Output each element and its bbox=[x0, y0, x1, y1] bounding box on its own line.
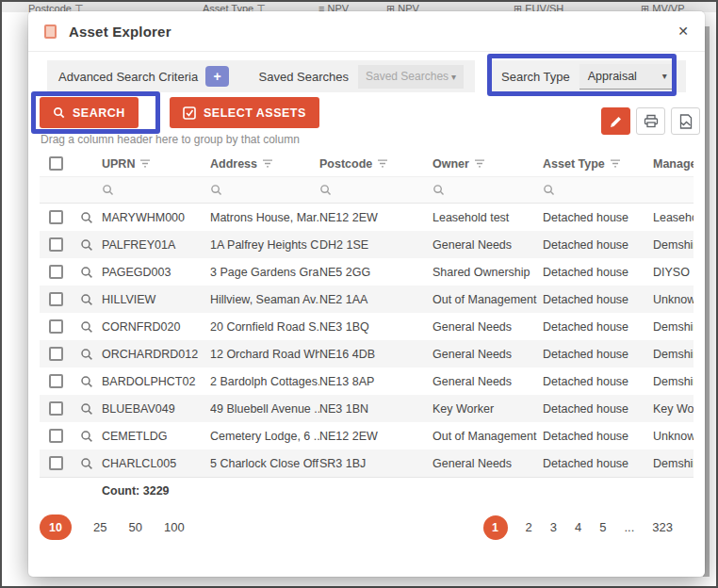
row-checkbox[interactable] bbox=[49, 210, 63, 224]
add-criteria-button[interactable]: + bbox=[205, 66, 229, 87]
select-assets-button[interactable]: SELECT ASSETS bbox=[170, 97, 319, 128]
cell-uprn: CHARLCL005 bbox=[102, 457, 210, 470]
search-button[interactable]: SEARCH bbox=[40, 97, 139, 128]
cell-management: Demshire HA bbox=[653, 375, 694, 388]
advanced-search-label: Advanced Search Criteria bbox=[58, 70, 198, 84]
row-checkbox[interactable] bbox=[49, 292, 63, 306]
cell-uprn: PALFREY01A bbox=[102, 238, 210, 252]
view-asset-icon[interactable] bbox=[80, 211, 93, 224]
cell-address: Hillview, Seaman Av... bbox=[210, 293, 319, 306]
view-asset-icon[interactable] bbox=[80, 293, 93, 306]
cell-postcode: NE13 8AP bbox=[319, 375, 432, 388]
search-type-select[interactable]: Appraisal ▾ bbox=[579, 64, 676, 90]
select-all-checkbox[interactable] bbox=[49, 156, 63, 171]
cell-address: Cemetery Lodge, 6 ... bbox=[210, 430, 319, 443]
page-1-selected[interactable]: 1 bbox=[483, 515, 508, 540]
page-5[interactable]: 5 bbox=[599, 520, 606, 534]
filter-icon bbox=[263, 159, 272, 168]
saved-searches-select[interactable]: Saved Searches ▾ bbox=[358, 65, 464, 89]
search-type-label: Search Type bbox=[501, 70, 570, 84]
row-checkbox[interactable] bbox=[49, 237, 63, 252]
column-header-address[interactable]: Address bbox=[210, 157, 319, 171]
edit-button[interactable] bbox=[601, 107, 630, 135]
cell-uprn: BARDOLPHCT02 bbox=[102, 375, 210, 388]
cell-management: DIYSO bbox=[653, 266, 694, 279]
asset-explorer-dialog: Asset Explorer ✕ Advanced Search Criteri… bbox=[28, 11, 705, 577]
cell-postcode: DH2 1SE bbox=[319, 238, 432, 252]
print-button[interactable] bbox=[636, 107, 665, 135]
cell-owner: General Needs bbox=[432, 348, 543, 361]
cell-asset-type: Detached house bbox=[543, 238, 653, 252]
view-asset-icon[interactable] bbox=[80, 320, 93, 334]
view-asset-icon[interactable] bbox=[80, 402, 93, 416]
cell-asset-type: Detached house bbox=[543, 375, 653, 388]
row-checkbox[interactable] bbox=[49, 456, 63, 470]
view-asset-icon[interactable] bbox=[80, 238, 93, 252]
close-icon[interactable]: ✕ bbox=[677, 24, 689, 38]
view-asset-icon[interactable] bbox=[80, 457, 93, 470]
view-asset-icon[interactable] bbox=[80, 348, 93, 361]
filter-input-postcode[interactable] bbox=[336, 184, 400, 197]
page-323[interactable]: 323 bbox=[652, 520, 673, 534]
export-file-icon bbox=[679, 114, 693, 129]
saved-searches-value: Saved Searches bbox=[366, 70, 449, 83]
row-checkbox[interactable] bbox=[49, 374, 63, 388]
screenshot-frame: Postcode ⊤ Asset Type ⊤ ≡ NPV ⊞ NPV ⊞ EU… bbox=[0, 0, 718, 588]
filter-input-owner[interactable] bbox=[449, 184, 514, 197]
row-checkbox[interactable] bbox=[49, 429, 63, 443]
row-checkbox[interactable] bbox=[49, 319, 63, 334]
page-size-100[interactable]: 100 bbox=[164, 520, 185, 534]
filter-icon bbox=[378, 159, 387, 168]
row-checkbox[interactable] bbox=[49, 401, 63, 416]
cell-asset-type: Detached house bbox=[543, 293, 653, 306]
column-header-owner[interactable]: Owner bbox=[432, 157, 543, 171]
select-assets-button-label: SELECT ASSETS bbox=[204, 106, 306, 120]
page-size-10-selected[interactable]: 10 bbox=[40, 514, 72, 540]
page-size-50[interactable]: 50 bbox=[128, 520, 141, 534]
cell-management: Demshire HA bbox=[653, 348, 694, 361]
page-size-selector: 10 25 50 100 bbox=[40, 514, 185, 540]
cell-postcode: NE3 1BQ bbox=[319, 320, 432, 334]
cell-address: Matrons House, Mar... bbox=[210, 211, 319, 224]
row-checkbox[interactable] bbox=[49, 265, 63, 279]
column-label: Asset Type bbox=[543, 157, 605, 171]
cell-management: Demshire HA bbox=[653, 457, 694, 470]
row-checkbox[interactable] bbox=[49, 347, 63, 361]
filter-input-asset-type[interactable] bbox=[560, 184, 624, 197]
column-header-asset-type[interactable]: Asset Type bbox=[543, 157, 653, 171]
table-row: PALFREY01A 1A Palfrey Heights C... DH2 1… bbox=[40, 231, 694, 258]
column-header-management[interactable]: Management bbox=[653, 157, 694, 171]
search-icon bbox=[210, 184, 222, 196]
cell-owner: General Needs bbox=[432, 375, 543, 388]
page-size-25[interactable]: 25 bbox=[93, 520, 106, 534]
table-row: CORNFRD020 20 Cornfield Road S... NE3 1B… bbox=[40, 313, 694, 340]
filter-icon bbox=[140, 159, 150, 168]
page-4[interactable]: 4 bbox=[575, 520, 581, 534]
column-header-uprn[interactable]: UPRN bbox=[102, 157, 210, 171]
table-row: BARDOLPHCT02 2 Bardolph Cottages... NE13… bbox=[40, 368, 694, 395]
cell-owner: General Needs bbox=[432, 238, 543, 252]
cell-uprn: PAGEGD003 bbox=[102, 266, 210, 279]
cell-management: Leasehold bbox=[653, 211, 694, 224]
filter-input-address[interactable] bbox=[227, 184, 291, 197]
filter-input-management[interactable] bbox=[658, 184, 694, 197]
table-row: CHARLCL005 5 Charlock Close Off... SR3 1… bbox=[40, 449, 694, 477]
column-label: UPRN bbox=[102, 157, 135, 171]
page-3[interactable]: 3 bbox=[550, 520, 557, 534]
search-type-value: Appraisal bbox=[588, 70, 637, 83]
export-button[interactable] bbox=[671, 107, 700, 135]
page-2[interactable]: 2 bbox=[526, 520, 532, 534]
search-icon bbox=[53, 106, 65, 119]
view-asset-icon[interactable] bbox=[80, 430, 93, 443]
cell-management: Demshire HA bbox=[653, 320, 694, 334]
view-asset-icon[interactable] bbox=[80, 266, 93, 279]
cell-uprn: BLUEBAV049 bbox=[102, 402, 210, 416]
view-asset-icon[interactable] bbox=[80, 375, 93, 388]
printer-icon bbox=[644, 114, 659, 128]
cell-postcode: NE5 2GG bbox=[319, 266, 432, 279]
chevron-down-icon: ▾ bbox=[662, 71, 667, 81]
cell-address: 12 Orchard Road Wh... bbox=[210, 348, 319, 361]
filter-input-uprn[interactable] bbox=[119, 184, 183, 197]
cell-asset-type: Detached house bbox=[543, 211, 653, 224]
column-header-postcode[interactable]: Postcode bbox=[319, 157, 432, 171]
